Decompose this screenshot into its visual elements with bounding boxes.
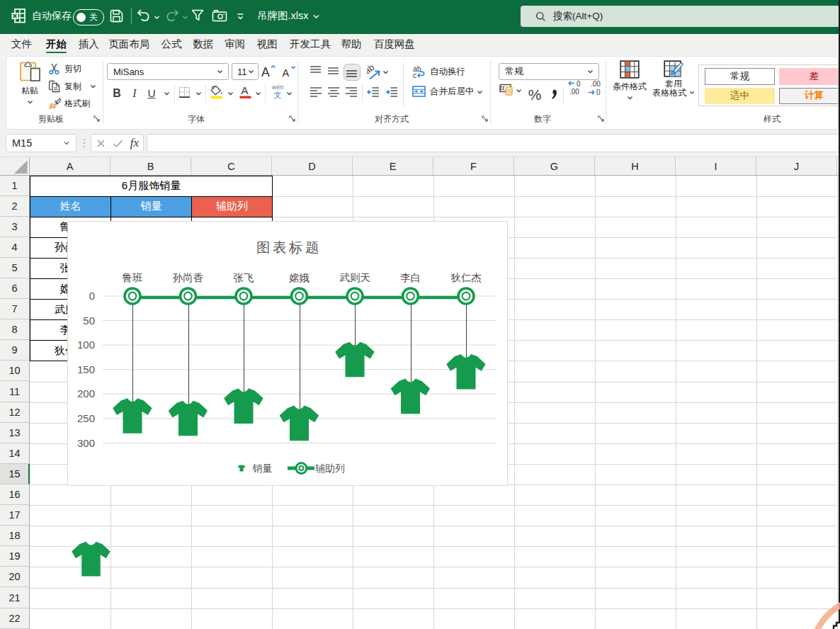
font-color-icon[interactable]: A <box>239 84 253 100</box>
cell-style-常规[interactable]: 常规 <box>705 68 775 85</box>
decrease-decimal-icon[interactable]: .00 0 <box>588 79 603 96</box>
orientation-icon[interactable]: ab <box>367 64 382 80</box>
conditional-formatting-button[interactable]: 条件格式 <box>613 60 646 101</box>
tab-审阅[interactable]: 审阅 <box>225 34 245 55</box>
row-header-18[interactable]: 18 <box>0 526 29 546</box>
format-painter-button[interactable]: 格式刷 <box>48 96 108 110</box>
align-right-icon[interactable] <box>346 87 357 97</box>
align-left-icon[interactable] <box>310 87 322 97</box>
document-title[interactable]: 吊牌图.xlsx <box>257 0 309 32</box>
copy-button[interactable]: 复制 <box>48 79 101 94</box>
font-name-combo[interactable]: MiSans <box>107 63 229 80</box>
phonetic-dropdown-chevron[interactable] <box>286 91 293 97</box>
column-header-E[interactable]: E <box>353 157 433 175</box>
paste-button[interactable]: 粘贴 <box>16 60 44 106</box>
phonetic-guide-icon[interactable]: wén 文 <box>270 84 285 102</box>
bold-button[interactable]: B <box>110 86 123 101</box>
increase-font-icon[interactable]: A <box>259 63 276 80</box>
name-box[interactable]: M15 <box>6 134 76 152</box>
undo-icon[interactable] <box>136 8 152 23</box>
tab-数据[interactable]: 数据 <box>193 34 213 55</box>
enter-icon[interactable] <box>110 134 125 152</box>
tab-百度网盘[interactable]: 百度网盘 <box>374 34 415 55</box>
number-dialog-launcher[interactable] <box>597 115 605 123</box>
filter-icon[interactable] <box>190 8 205 23</box>
tab-开发工具[interactable]: 开发工具 <box>290 34 331 55</box>
tab-文件[interactable]: 文件 <box>11 34 32 55</box>
filename-dropdown-chevron[interactable] <box>312 12 321 21</box>
camera-icon[interactable] <box>211 8 228 23</box>
decrease-font-icon[interactable]: A <box>280 64 297 81</box>
increase-decimal-icon[interactable]: 0 .00 <box>568 79 584 96</box>
row-header-10[interactable]: 10 <box>0 361 29 381</box>
tab-公式[interactable]: 公式 <box>161 34 182 55</box>
floating-tshirt-shape[interactable] <box>72 540 110 578</box>
column-header-H[interactable]: H <box>595 157 676 175</box>
accounting-format-icon[interactable] <box>499 84 513 96</box>
row-header-20[interactable]: 20 <box>0 567 29 587</box>
italic-button[interactable]: I <box>130 86 140 101</box>
row-header-5[interactable]: 5 <box>0 258 29 278</box>
cell-header-辅助列[interactable]: 辅助列 <box>191 196 273 217</box>
font-color-dropdown-chevron[interactable] <box>255 91 261 97</box>
fill-color-dropdown-chevron[interactable] <box>227 91 234 97</box>
row-header-17[interactable]: 17 <box>0 505 29 526</box>
quick-access-more-icon[interactable] <box>235 11 245 21</box>
cell-A1-merged-title[interactable]: 6月服饰销量 <box>30 176 273 197</box>
number-format-combo[interactable]: 常规 <box>499 63 599 80</box>
merge-dropdown-chevron[interactable] <box>477 89 483 96</box>
column-header-D[interactable]: D <box>272 157 353 175</box>
fill-color-icon[interactable] <box>210 85 224 99</box>
namebox-resize-dots[interactable] <box>81 134 88 152</box>
row-header-9[interactable]: 9 <box>0 340 29 361</box>
orientation-dropdown-chevron[interactable] <box>382 69 389 76</box>
row-header-16[interactable]: 16 <box>0 484 29 505</box>
cell-style-适中[interactable]: 适中 <box>705 88 775 105</box>
align-bottom-button-selected[interactable] <box>344 64 361 81</box>
borders-icon[interactable] <box>178 86 191 98</box>
search-box[interactable]: 搜索(Alt+Q) <box>521 6 840 27</box>
select-all-corner[interactable] <box>0 157 30 175</box>
align-top-icon[interactable] <box>310 66 321 77</box>
wrap-text-button[interactable]: ab c 自动换行 <box>412 64 490 79</box>
row-header-12[interactable]: 12 <box>0 402 29 423</box>
row-header-7[interactable]: 7 <box>0 299 29 319</box>
cell-style-计算[interactable]: 计算 <box>779 88 839 105</box>
column-header-G[interactable]: G <box>514 157 595 175</box>
row-header-21[interactable]: 21 <box>0 588 29 608</box>
alignment-dialog-launcher[interactable] <box>481 115 489 123</box>
underline-button[interactable]: U <box>146 86 157 101</box>
align-middle-icon[interactable] <box>328 65 339 76</box>
undo-dropdown-chevron[interactable] <box>153 13 160 21</box>
increase-indent-icon[interactable] <box>385 87 397 97</box>
autosave-toggle[interactable]: 关 <box>73 9 104 26</box>
decrease-indent-icon[interactable] <box>367 87 379 97</box>
accounting-dropdown-chevron[interactable] <box>516 88 522 94</box>
excel-app-icon[interactable] <box>10 7 27 24</box>
column-header-B[interactable]: B <box>110 157 191 175</box>
comma-style-button[interactable]: 9 <box>549 85 559 105</box>
column-header-F[interactable]: F <box>433 157 514 175</box>
row-header-1[interactable]: 1 <box>0 176 29 196</box>
font-dialog-launcher[interactable] <box>288 115 296 123</box>
row-header-14[interactable]: 14 <box>0 443 29 464</box>
cell-header-销量[interactable]: 销量 <box>110 196 192 217</box>
tab-页面布局[interactable]: 页面布局 <box>108 34 149 55</box>
underline-dropdown-chevron[interactable] <box>164 91 170 97</box>
cancel-icon[interactable] <box>94 134 107 152</box>
column-header-I[interactable]: I <box>676 157 756 175</box>
tab-插入[interactable]: 插入 <box>79 34 99 55</box>
column-header-A[interactable]: A <box>30 157 110 175</box>
clipboard-dialog-launcher[interactable] <box>93 115 101 123</box>
row-header-8[interactable]: 8 <box>0 319 29 340</box>
borders-dropdown-chevron[interactable] <box>195 91 202 97</box>
formula-input[interactable] <box>147 134 840 152</box>
row-header-19[interactable]: 19 <box>0 546 29 567</box>
row-header-15[interactable]: 15 <box>0 464 29 484</box>
cell-style-差[interactable]: 差 <box>779 68 839 85</box>
align-center-icon[interactable] <box>328 87 339 97</box>
row-header-11[interactable]: 11 <box>0 382 29 402</box>
font-size-combo[interactable]: 11 <box>232 63 259 80</box>
format-as-table-button[interactable]: 套用表格格式 <box>652 60 696 98</box>
cell-header-姓名[interactable]: 姓名 <box>30 196 111 217</box>
